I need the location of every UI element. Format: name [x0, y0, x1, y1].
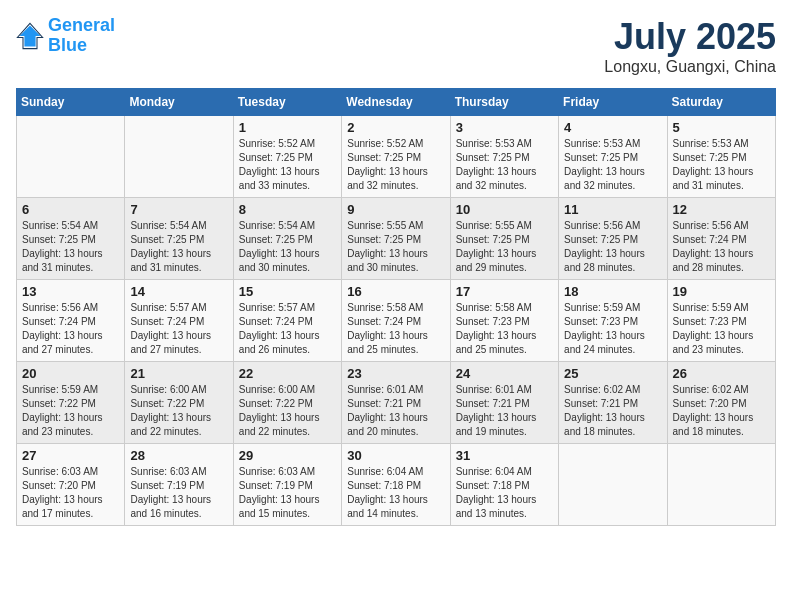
day-number: 19 — [673, 284, 770, 299]
day-info: Sunrise: 6:03 AM Sunset: 7:19 PM Dayligh… — [130, 465, 227, 521]
calendar-cell: 27Sunrise: 6:03 AM Sunset: 7:20 PM Dayli… — [17, 444, 125, 526]
calendar-table: SundayMondayTuesdayWednesdayThursdayFrid… — [16, 88, 776, 526]
day-info: Sunrise: 6:01 AM Sunset: 7:21 PM Dayligh… — [456, 383, 553, 439]
calendar-cell: 10Sunrise: 5:55 AM Sunset: 7:25 PM Dayli… — [450, 198, 558, 280]
day-number: 9 — [347, 202, 444, 217]
calendar-cell: 4Sunrise: 5:53 AM Sunset: 7:25 PM Daylig… — [559, 116, 667, 198]
day-number: 10 — [456, 202, 553, 217]
calendar-cell: 12Sunrise: 5:56 AM Sunset: 7:24 PM Dayli… — [667, 198, 775, 280]
day-number: 3 — [456, 120, 553, 135]
day-number: 29 — [239, 448, 336, 463]
day-number: 4 — [564, 120, 661, 135]
calendar-cell: 25Sunrise: 6:02 AM Sunset: 7:21 PM Dayli… — [559, 362, 667, 444]
calendar-cell: 22Sunrise: 6:00 AM Sunset: 7:22 PM Dayli… — [233, 362, 341, 444]
day-info: Sunrise: 5:53 AM Sunset: 7:25 PM Dayligh… — [564, 137, 661, 193]
calendar-cell: 7Sunrise: 5:54 AM Sunset: 7:25 PM Daylig… — [125, 198, 233, 280]
day-number: 26 — [673, 366, 770, 381]
calendar-cell: 9Sunrise: 5:55 AM Sunset: 7:25 PM Daylig… — [342, 198, 450, 280]
day-info: Sunrise: 5:56 AM Sunset: 7:24 PM Dayligh… — [673, 219, 770, 275]
weekday-header-saturday: Saturday — [667, 89, 775, 116]
day-number: 17 — [456, 284, 553, 299]
day-number: 7 — [130, 202, 227, 217]
day-info: Sunrise: 5:54 AM Sunset: 7:25 PM Dayligh… — [130, 219, 227, 275]
logo: General Blue — [16, 16, 115, 56]
calendar-week-3: 13Sunrise: 5:56 AM Sunset: 7:24 PM Dayli… — [17, 280, 776, 362]
day-info: Sunrise: 5:59 AM Sunset: 7:22 PM Dayligh… — [22, 383, 119, 439]
day-info: Sunrise: 5:58 AM Sunset: 7:23 PM Dayligh… — [456, 301, 553, 357]
day-info: Sunrise: 6:00 AM Sunset: 7:22 PM Dayligh… — [239, 383, 336, 439]
day-info: Sunrise: 5:59 AM Sunset: 7:23 PM Dayligh… — [564, 301, 661, 357]
day-number: 20 — [22, 366, 119, 381]
calendar-cell — [667, 444, 775, 526]
day-info: Sunrise: 6:04 AM Sunset: 7:18 PM Dayligh… — [456, 465, 553, 521]
day-info: Sunrise: 5:57 AM Sunset: 7:24 PM Dayligh… — [239, 301, 336, 357]
calendar-cell: 1Sunrise: 5:52 AM Sunset: 7:25 PM Daylig… — [233, 116, 341, 198]
calendar-cell: 3Sunrise: 5:53 AM Sunset: 7:25 PM Daylig… — [450, 116, 558, 198]
weekday-header-monday: Monday — [125, 89, 233, 116]
day-info: Sunrise: 6:02 AM Sunset: 7:20 PM Dayligh… — [673, 383, 770, 439]
calendar-week-2: 6Sunrise: 5:54 AM Sunset: 7:25 PM Daylig… — [17, 198, 776, 280]
calendar-cell: 26Sunrise: 6:02 AM Sunset: 7:20 PM Dayli… — [667, 362, 775, 444]
logo-text: General Blue — [48, 16, 115, 56]
day-number: 11 — [564, 202, 661, 217]
calendar-cell: 11Sunrise: 5:56 AM Sunset: 7:25 PM Dayli… — [559, 198, 667, 280]
day-number: 14 — [130, 284, 227, 299]
day-number: 18 — [564, 284, 661, 299]
day-number: 2 — [347, 120, 444, 135]
weekday-header-wednesday: Wednesday — [342, 89, 450, 116]
page-header: General Blue July 2025 Longxu, Guangxi, … — [16, 16, 776, 76]
calendar-cell: 14Sunrise: 5:57 AM Sunset: 7:24 PM Dayli… — [125, 280, 233, 362]
calendar-cell: 18Sunrise: 5:59 AM Sunset: 7:23 PM Dayli… — [559, 280, 667, 362]
day-number: 13 — [22, 284, 119, 299]
calendar-cell: 6Sunrise: 5:54 AM Sunset: 7:25 PM Daylig… — [17, 198, 125, 280]
weekday-header-thursday: Thursday — [450, 89, 558, 116]
calendar-cell: 24Sunrise: 6:01 AM Sunset: 7:21 PM Dayli… — [450, 362, 558, 444]
day-info: Sunrise: 6:03 AM Sunset: 7:20 PM Dayligh… — [22, 465, 119, 521]
day-info: Sunrise: 6:02 AM Sunset: 7:21 PM Dayligh… — [564, 383, 661, 439]
day-info: Sunrise: 5:54 AM Sunset: 7:25 PM Dayligh… — [22, 219, 119, 275]
day-info: Sunrise: 5:55 AM Sunset: 7:25 PM Dayligh… — [456, 219, 553, 275]
calendar-cell: 17Sunrise: 5:58 AM Sunset: 7:23 PM Dayli… — [450, 280, 558, 362]
day-number: 5 — [673, 120, 770, 135]
logo-line2: Blue — [48, 36, 115, 56]
day-info: Sunrise: 5:52 AM Sunset: 7:25 PM Dayligh… — [347, 137, 444, 193]
calendar-cell: 8Sunrise: 5:54 AM Sunset: 7:25 PM Daylig… — [233, 198, 341, 280]
day-info: Sunrise: 5:53 AM Sunset: 7:25 PM Dayligh… — [673, 137, 770, 193]
calendar-cell: 31Sunrise: 6:04 AM Sunset: 7:18 PM Dayli… — [450, 444, 558, 526]
day-number: 21 — [130, 366, 227, 381]
day-info: Sunrise: 5:54 AM Sunset: 7:25 PM Dayligh… — [239, 219, 336, 275]
calendar-week-5: 27Sunrise: 6:03 AM Sunset: 7:20 PM Dayli… — [17, 444, 776, 526]
calendar-cell: 15Sunrise: 5:57 AM Sunset: 7:24 PM Dayli… — [233, 280, 341, 362]
calendar-cell: 19Sunrise: 5:59 AM Sunset: 7:23 PM Dayli… — [667, 280, 775, 362]
day-info: Sunrise: 6:04 AM Sunset: 7:18 PM Dayligh… — [347, 465, 444, 521]
day-number: 22 — [239, 366, 336, 381]
calendar-week-4: 20Sunrise: 5:59 AM Sunset: 7:22 PM Dayli… — [17, 362, 776, 444]
day-info: Sunrise: 5:56 AM Sunset: 7:25 PM Dayligh… — [564, 219, 661, 275]
weekday-header-tuesday: Tuesday — [233, 89, 341, 116]
day-info: Sunrise: 6:01 AM Sunset: 7:21 PM Dayligh… — [347, 383, 444, 439]
day-info: Sunrise: 5:57 AM Sunset: 7:24 PM Dayligh… — [130, 301, 227, 357]
calendar-cell: 21Sunrise: 6:00 AM Sunset: 7:22 PM Dayli… — [125, 362, 233, 444]
day-number: 8 — [239, 202, 336, 217]
day-number: 31 — [456, 448, 553, 463]
day-info: Sunrise: 5:58 AM Sunset: 7:24 PM Dayligh… — [347, 301, 444, 357]
calendar-cell: 5Sunrise: 5:53 AM Sunset: 7:25 PM Daylig… — [667, 116, 775, 198]
day-info: Sunrise: 5:55 AM Sunset: 7:25 PM Dayligh… — [347, 219, 444, 275]
day-number: 25 — [564, 366, 661, 381]
day-info: Sunrise: 6:03 AM Sunset: 7:19 PM Dayligh… — [239, 465, 336, 521]
calendar-cell: 28Sunrise: 6:03 AM Sunset: 7:19 PM Dayli… — [125, 444, 233, 526]
weekday-header-sunday: Sunday — [17, 89, 125, 116]
calendar-cell: 20Sunrise: 5:59 AM Sunset: 7:22 PM Dayli… — [17, 362, 125, 444]
calendar-cell — [17, 116, 125, 198]
calendar-week-1: 1Sunrise: 5:52 AM Sunset: 7:25 PM Daylig… — [17, 116, 776, 198]
calendar-cell: 23Sunrise: 6:01 AM Sunset: 7:21 PM Dayli… — [342, 362, 450, 444]
day-info: Sunrise: 5:56 AM Sunset: 7:24 PM Dayligh… — [22, 301, 119, 357]
day-info: Sunrise: 6:00 AM Sunset: 7:22 PM Dayligh… — [130, 383, 227, 439]
calendar-cell — [559, 444, 667, 526]
day-number: 30 — [347, 448, 444, 463]
day-number: 24 — [456, 366, 553, 381]
logo-icon — [16, 22, 44, 50]
weekday-header-row: SundayMondayTuesdayWednesdayThursdayFrid… — [17, 89, 776, 116]
day-number: 16 — [347, 284, 444, 299]
calendar-cell: 13Sunrise: 5:56 AM Sunset: 7:24 PM Dayli… — [17, 280, 125, 362]
